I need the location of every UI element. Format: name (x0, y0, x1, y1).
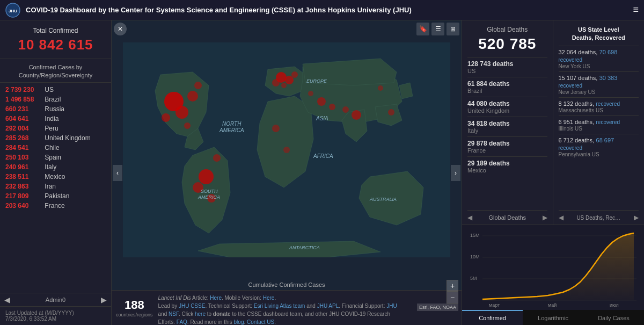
state-name: Pennsylvania US (559, 151, 639, 157)
state-recovered: 30 383 (599, 75, 618, 81)
svg-text:NORTH: NORTH (222, 121, 241, 127)
svg-point-4 (175, 106, 188, 119)
jhu-link[interactable]: JHU (386, 303, 397, 309)
map-nav-right[interactable]: › (451, 165, 460, 181)
zoom-in-button[interactable]: + (447, 280, 458, 292)
list-item: 34 818 deathsItaly (467, 117, 547, 136)
country-name: US (43, 86, 54, 93)
state-recovered: 70 698 (599, 49, 618, 55)
global-deaths-prev[interactable]: ◀ (467, 214, 472, 221)
svg-point-17 (329, 104, 335, 110)
chart-tab-logarithmic[interactable]: Logarithmic (523, 310, 583, 325)
blog-link[interactable]: blog (234, 319, 244, 325)
chart-area: 15M 10M 5M март май июл (462, 225, 644, 325)
lancet-link[interactable]: Here (210, 295, 222, 301)
list-item[interactable]: 232 863 Iran (0, 182, 111, 191)
map-caption: Cumulative Confirmed Cases (112, 279, 462, 290)
us-state-next[interactable]: ▶ (634, 214, 639, 221)
svg-point-12 (285, 76, 294, 84)
list-item[interactable]: 285 268 United Kingdom (0, 133, 111, 143)
bottom-info: Lancet Inf Dis Article: Here. Mobile Ver… (158, 294, 457, 322)
list-item[interactable]: 203 640 France (0, 201, 111, 211)
map-nav-left[interactable]: ‹ (113, 165, 122, 181)
death-count: 128 743 deaths (467, 60, 547, 68)
map-bookmark-button[interactable]: 🔖 (416, 23, 429, 35)
global-deaths-next[interactable]: ▶ (543, 214, 547, 221)
svg-point-23 (378, 85, 383, 91)
left-panel-nav: ◀ Admin0 ▶ (0, 293, 111, 307)
donate-link[interactable]: here (195, 311, 206, 317)
country-name: United Kingdom (43, 134, 91, 142)
nsf-link[interactable]: NSF (169, 311, 179, 317)
state-deaths-row: 15 107 deaths, 30 383 recovered (559, 74, 639, 89)
contact-link[interactable]: Contact US (247, 319, 274, 325)
country-name: Mexico (43, 173, 65, 180)
map-grid-button[interactable]: ⊞ (447, 23, 459, 35)
countries-count-number: 188 (125, 298, 144, 312)
list-item: 6 951 deaths, recovered Illinois US (559, 115, 639, 134)
list-item[interactable]: 238 511 Mexico (0, 172, 111, 182)
global-deaths-footer: ◀ Global Deaths ▶ (467, 210, 547, 221)
country-value: 250 103 (5, 154, 43, 161)
list-item[interactable]: 2 739 230 US (0, 85, 111, 95)
map-list-button[interactable]: ☰ (431, 23, 444, 35)
menu-icon[interactable]: ≡ (633, 4, 639, 16)
country-name: Chile (43, 144, 60, 151)
list-item: 29 878 deathsFrance (467, 136, 547, 156)
list-item: 128 743 deathsUS (467, 57, 547, 77)
header-left: JHU COVID-19 Dashboard by the Center for… (5, 3, 412, 18)
country-name: Russia (43, 105, 64, 113)
jhu-csse-link[interactable]: JHU CSSE (179, 303, 205, 309)
country-name: India (43, 115, 58, 122)
svg-text:AUSTRALIA: AUSTRALIA (369, 197, 397, 202)
country-value: 660 231 (5, 105, 43, 113)
faq-link[interactable]: FAQ (177, 319, 187, 325)
jhu-apl-link[interactable]: JHU APL (317, 303, 339, 309)
list-item[interactable]: 292 004 Peru (0, 124, 111, 133)
list-item: 29 189 deathsMexico (467, 156, 547, 176)
death-count: 29 189 deaths (467, 160, 547, 167)
list-item: 61 884 deathsBrazil (467, 77, 547, 97)
svg-text:ANTARCTICA: ANTARCTICA (289, 245, 320, 250)
list-item[interactable]: 1 496 858 Brazil (0, 95, 111, 104)
country-name: Italy (43, 163, 56, 171)
list-item[interactable]: 284 541 Chile (0, 143, 111, 153)
country-value: 604 641 (5, 115, 43, 122)
svg-text:AMERICA: AMERICA (219, 127, 244, 133)
countries-count-label: countries/regions (116, 312, 153, 317)
map-close-button[interactable]: ✕ (114, 23, 127, 35)
jhu-logo: JHU (5, 3, 20, 18)
admin-label: Admin0 (46, 297, 65, 303)
state-recovered: 68 697 (596, 137, 614, 143)
country-list[interactable]: 2 739 230 US1 496 858 Brazil660 231 Russ… (0, 83, 111, 293)
zoom-out-button[interactable]: − (447, 292, 458, 304)
chart-tab-daily-cases[interactable]: Daily Cases (583, 310, 644, 325)
mobile-link[interactable]: Here (263, 295, 275, 301)
country-name: France (43, 202, 65, 210)
list-item[interactable]: 250 103 Spain (0, 153, 111, 162)
list-item: 8 132 deaths, recovered Massachusetts US (559, 97, 639, 115)
esri-credit: Esri, FAO, NOAA (417, 304, 458, 311)
esri-link[interactable]: Esri Living Atlas team (254, 303, 305, 309)
country-list-prev[interactable]: ◀ (4, 295, 10, 304)
list-item[interactable]: 240 961 Italy (0, 162, 111, 172)
state-deaths: 15 107 deaths, (559, 75, 598, 81)
country-value: 203 640 (5, 202, 43, 210)
list-item[interactable]: 604 641 India (0, 114, 111, 124)
bottom-bar: 188 countries/regions Lancet Inf Dis Art… (112, 290, 462, 325)
chart-tab-confirmed[interactable]: Confirmed (462, 310, 523, 325)
map-container[interactable]: NORTH AMERICA SOUTH AMERICA ASIA AFRICA … (112, 20, 462, 279)
death-country: United Kingdom (467, 107, 547, 114)
country-list-next[interactable]: ▶ (101, 295, 107, 304)
us-state-prev[interactable]: ◀ (559, 214, 564, 221)
list-item: 6 712 deaths, 68 697 recovered Pennsylva… (559, 134, 639, 160)
death-count: 34 818 deaths (467, 120, 547, 127)
death-country: Italy (467, 127, 547, 134)
global-deaths-footer-label: Global Deaths (488, 214, 526, 221)
list-item[interactable]: 660 231 Russia (0, 104, 111, 114)
list-item[interactable]: 217 809 Pakistan (0, 191, 111, 201)
list-item: 15 107 deaths, 30 383 recovered New Jers… (559, 71, 639, 97)
last-updated-value: 7/3/2020, 6:33:52 AM (5, 316, 106, 322)
svg-point-16 (317, 97, 326, 106)
confirmed-cases-heading: Confirmed Cases byCountry/Region/Soverei… (0, 59, 111, 83)
